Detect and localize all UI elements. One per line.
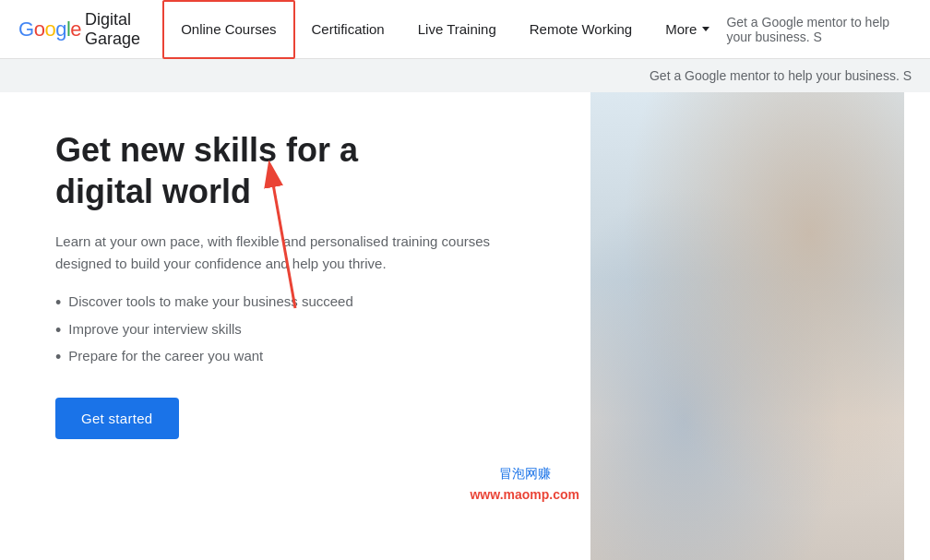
nav-item-remote-working[interactable]: Remote Working bbox=[513, 0, 649, 59]
nav-item-more[interactable]: More bbox=[649, 0, 726, 59]
hero-image bbox=[590, 92, 904, 560]
hero-bullets: Discover tools to make your business suc… bbox=[55, 293, 535, 368]
header-banner-text: Get a Google mentor to help your busines… bbox=[726, 15, 912, 44]
header: Google Digital Garage Online Courses Cer… bbox=[0, 0, 930, 59]
bullet-item-3: Prepare for the career you want bbox=[55, 348, 535, 368]
main-nav: Online Courses Certification Live Traini… bbox=[162, 0, 726, 59]
watermark: 冒泡网赚 www.maomp.com bbox=[470, 463, 579, 505]
hero-heading: Get new skills for a digital world bbox=[55, 129, 443, 212]
main-content: Get new skills for a digital world Learn… bbox=[0, 92, 930, 560]
banner-strip: Get a Google mentor to help your busines… bbox=[0, 59, 930, 92]
watermark-line2: www.maomp.com bbox=[470, 484, 579, 505]
banner-strip-text: Get a Google mentor to help your busines… bbox=[650, 68, 912, 83]
nav-item-certification[interactable]: Certification bbox=[295, 0, 401, 59]
watermark-line1: 冒泡网赚 bbox=[470, 463, 579, 483]
nav-item-live-training[interactable]: Live Training bbox=[401, 0, 513, 59]
hero-body: Learn at your own pace, with flexible an… bbox=[55, 231, 535, 275]
hero-photo-background bbox=[590, 92, 904, 560]
logo-area: Google Digital Garage bbox=[18, 10, 140, 49]
bullet-item-2: Improve your interview skills bbox=[55, 321, 535, 341]
get-started-button[interactable]: Get started bbox=[55, 398, 179, 439]
chevron-down-icon bbox=[702, 27, 709, 31]
google-logo: Google bbox=[18, 18, 81, 42]
bullet-item-1: Discover tools to make your business suc… bbox=[55, 293, 535, 314]
digital-garage-logo: Digital Garage bbox=[85, 10, 140, 49]
nav-item-online-courses[interactable]: Online Courses bbox=[162, 0, 294, 59]
